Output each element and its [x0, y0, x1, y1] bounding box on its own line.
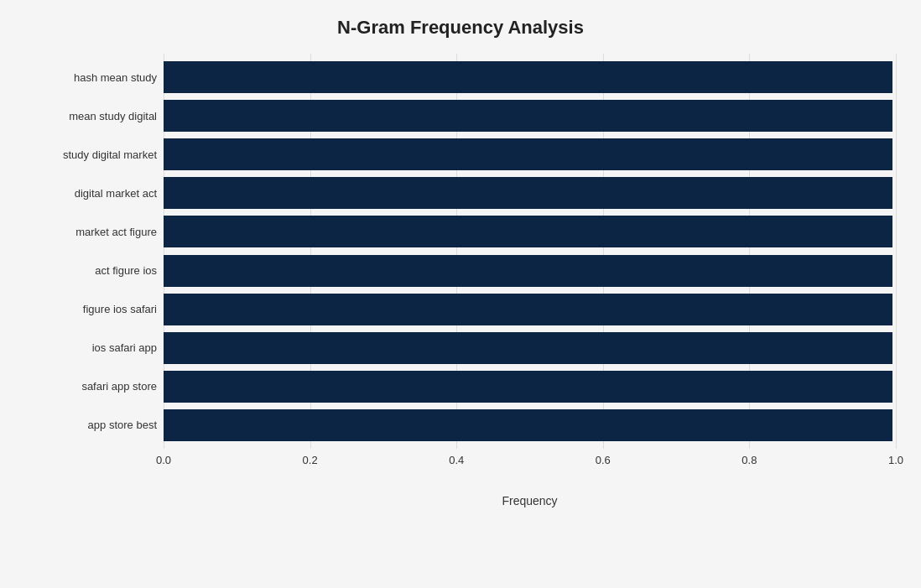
bar — [164, 332, 892, 364]
y-label: ios safari app — [25, 329, 157, 367]
x-tick: 0.0 — [156, 454, 171, 466]
y-label: app store best — [25, 406, 157, 445]
y-label: study digital market — [25, 135, 157, 174]
bar — [164, 294, 892, 325]
x-tick: 1.0 — [888, 454, 903, 466]
bar — [164, 138, 892, 170]
chart-container: N-Gram Frequency Analysis hash mean stud… — [0, 0, 921, 588]
bar — [164, 177, 892, 209]
grid-line — [896, 54, 897, 449]
bar-row — [164, 174, 896, 212]
y-label: market act figure — [25, 212, 157, 251]
y-label: digital market act — [25, 174, 157, 212]
bar-row — [164, 58, 896, 96]
x-tick: 0.2 — [303, 454, 318, 466]
bars-section: hash mean studymean study digitalstudy d… — [25, 54, 896, 449]
x-tick: 0.6 — [596, 454, 611, 466]
y-label: mean study digital — [25, 96, 157, 135]
bar — [164, 216, 892, 247]
x-tick: 0.8 — [741, 454, 757, 466]
bar-row — [164, 367, 896, 406]
chart-title: N-Gram Frequency Analysis — [25, 17, 896, 39]
y-label: act figure ios — [25, 251, 157, 289]
x-tick: 0.4 — [449, 454, 464, 466]
x-axis-label: Frequency — [164, 494, 896, 507]
chart-area: hash mean studymean study digitalstudy d… — [25, 54, 896, 507]
x-axis: 0.00.20.40.60.81.0 — [164, 454, 896, 471]
bar-row — [164, 135, 896, 174]
y-labels: hash mean studymean study digitalstudy d… — [25, 54, 164, 449]
bars-and-grid — [164, 54, 896, 449]
bar-row — [164, 329, 896, 367]
y-label: figure ios safari — [25, 290, 157, 329]
bar — [164, 409, 892, 441]
bar-row — [164, 406, 896, 445]
bar — [164, 100, 892, 132]
bar — [164, 255, 892, 287]
y-label: safari app store — [25, 367, 157, 406]
bar-row — [164, 251, 896, 289]
bar — [164, 371, 892, 403]
bar-row — [164, 290, 896, 329]
bar-row — [164, 212, 896, 251]
y-label: hash mean study — [25, 58, 157, 96]
bar-row — [164, 96, 896, 135]
bar — [164, 61, 892, 93]
